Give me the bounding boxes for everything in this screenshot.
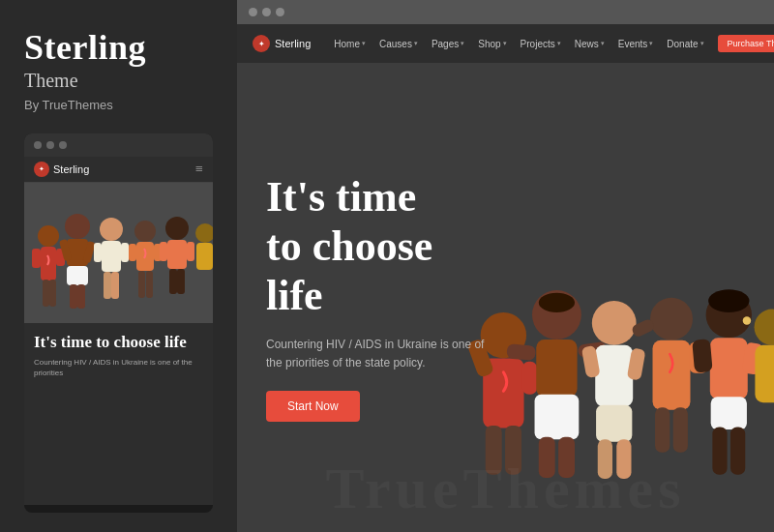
mini-logo: ✦ Sterling <box>34 162 89 177</box>
nav-item-shop[interactable]: Shop ▾ <box>478 39 506 49</box>
svg-rect-49 <box>595 345 633 407</box>
hero-heading-line3: life <box>266 272 323 319</box>
hero-heading-line2: to choose <box>266 222 432 270</box>
svg-point-14 <box>100 218 123 241</box>
mini-dot-3 <box>59 141 67 149</box>
hero-description: Countering HIV / AIDS in Ukraine is one … <box>266 336 503 372</box>
svg-rect-46 <box>539 437 555 478</box>
nav-item-pages[interactable]: Pages ▾ <box>432 39 464 49</box>
nav-chevron-events: ▾ <box>649 40 653 47</box>
svg-rect-27 <box>167 240 187 269</box>
nav-item-projects-label: Projects <box>521 39 555 49</box>
hero-section: It's time to choose life Countering HIV … <box>237 63 774 532</box>
svg-rect-30 <box>169 269 177 294</box>
mini-browser-content: ✦ Sterling ≡ <box>24 157 213 505</box>
mini-dot-2 <box>46 141 54 149</box>
nav-chevron-causes: ▾ <box>414 40 418 47</box>
main-preview: ✦ Sterling Home ▾ Causes ▾ Pages ▾ Shop … <box>237 0 774 532</box>
svg-rect-65 <box>692 339 713 372</box>
mini-browser-preview: ✦ Sterling ≡ <box>24 133 213 513</box>
svg-rect-22 <box>129 244 136 261</box>
svg-rect-71 <box>756 345 774 402</box>
nav-item-shop-label: Shop <box>478 39 500 49</box>
sidebar: Sterling Theme By TrueThemes ✦ Sterling … <box>0 0 237 532</box>
svg-point-26 <box>165 217 189 240</box>
svg-point-1 <box>38 225 59 247</box>
svg-point-62 <box>708 289 749 312</box>
mini-hamburger-icon: ≡ <box>195 162 203 177</box>
nav-item-causes[interactable]: Causes ▾ <box>379 39 418 49</box>
nav-chevron-home: ▾ <box>362 40 366 47</box>
sidebar-title: Sterling <box>24 29 213 68</box>
nav-item-home-label: Home <box>334 39 360 49</box>
svg-point-70 <box>755 310 774 345</box>
svg-rect-42 <box>536 340 577 397</box>
nav-item-donate[interactable]: Donate ▾ <box>667 39 703 49</box>
nav-chevron-news: ▾ <box>601 40 605 47</box>
svg-point-48 <box>592 301 637 345</box>
mini-people-illustration <box>24 183 213 323</box>
sidebar-by: By TrueThemes <box>24 98 213 112</box>
mini-hero-image <box>24 183 213 323</box>
svg-rect-31 <box>177 269 185 294</box>
mini-hero-heading: It's time to choose life <box>34 333 203 352</box>
svg-rect-69 <box>730 428 745 475</box>
nav-item-events[interactable]: Events ▾ <box>618 39 654 49</box>
nav-item-causes-label: Causes <box>379 39 412 49</box>
hero-text-area: It's time to choose life Countering HIV … <box>237 144 532 450</box>
purchase-theme-button[interactable]: Purchase Theme <box>718 35 774 52</box>
svg-rect-59 <box>655 407 670 453</box>
svg-rect-13 <box>77 284 85 309</box>
svg-point-41 <box>539 293 575 312</box>
svg-rect-56 <box>653 340 691 410</box>
svg-rect-25 <box>146 271 153 298</box>
svg-rect-54 <box>616 439 631 479</box>
svg-rect-45 <box>535 395 580 440</box>
nav-chevron-projects: ▾ <box>557 40 561 47</box>
mini-dot-1 <box>34 141 42 149</box>
svg-rect-47 <box>558 437 575 478</box>
website-nav: ✦ Sterling Home ▾ Causes ▾ Pages ▾ Shop … <box>237 24 774 63</box>
mini-browser-bar <box>24 133 213 157</box>
browser-chrome <box>237 0 774 24</box>
svg-rect-17 <box>121 243 129 262</box>
hero-heading-line1: It's time <box>266 173 416 221</box>
svg-rect-29 <box>187 242 194 261</box>
nav-chevron-pages: ▾ <box>461 40 464 47</box>
svg-rect-5 <box>43 280 49 307</box>
svg-rect-11 <box>67 266 88 285</box>
svg-rect-24 <box>138 271 145 298</box>
svg-rect-19 <box>111 272 119 299</box>
svg-rect-68 <box>712 428 727 475</box>
svg-rect-15 <box>102 241 121 272</box>
svg-rect-12 <box>70 284 77 309</box>
svg-rect-16 <box>94 243 102 262</box>
chrome-dot-3 <box>276 8 284 16</box>
svg-point-7 <box>65 214 90 239</box>
svg-rect-18 <box>104 272 111 299</box>
nav-logo-text: Sterling <box>275 38 311 49</box>
chrome-dot-2 <box>262 8 271 16</box>
svg-rect-67 <box>711 397 747 429</box>
nav-item-home[interactable]: Home ▾ <box>334 39 366 49</box>
svg-rect-52 <box>596 405 632 442</box>
start-now-button[interactable]: Start Now <box>266 391 360 422</box>
hero-heading: It's time to choose life <box>266 173 503 320</box>
chrome-dot-1 <box>249 8 257 16</box>
svg-rect-60 <box>673 407 688 453</box>
sidebar-subtitle: Theme <box>24 70 213 92</box>
svg-rect-28 <box>160 242 167 261</box>
nav-logo: ✦ Sterling <box>253 35 311 52</box>
nav-item-pages-label: Pages <box>432 39 459 49</box>
mini-nav: ✦ Sterling ≡ <box>24 157 213 183</box>
mini-logo-icon: ✦ <box>34 162 49 177</box>
mini-hero-text-area: It's time to choose life Countering HIV … <box>24 323 213 379</box>
nav-item-projects[interactable]: Projects ▾ <box>521 39 561 49</box>
svg-point-55 <box>650 298 693 340</box>
svg-rect-6 <box>49 280 56 307</box>
nav-item-news[interactable]: News ▾ <box>575 39 605 49</box>
nav-logo-icon: ✦ <box>253 35 270 52</box>
svg-rect-53 <box>598 439 612 479</box>
svg-point-63 <box>743 316 751 324</box>
nav-chevron-donate: ▾ <box>700 40 704 47</box>
